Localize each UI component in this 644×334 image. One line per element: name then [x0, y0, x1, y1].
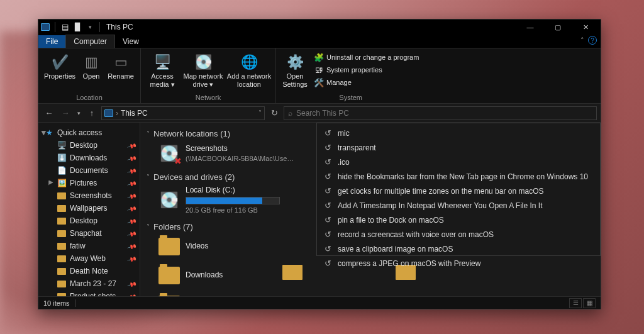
- expand-icon[interactable]: ⯆: [41, 130, 47, 136]
- forward-button[interactable]: →: [58, 106, 72, 120]
- history-icon: ↺: [325, 259, 331, 268]
- folder-icon: 📄: [57, 166, 66, 175]
- sidebar-quick-access[interactable]: ⯆ ★ Quick access: [38, 126, 140, 139]
- pin-icon: 📌: [127, 191, 137, 201]
- manage-button[interactable]: 🛠️Manage: [311, 77, 421, 89]
- sidebar-item[interactable]: fatiw📌: [38, 240, 140, 252]
- ribbon-group-location: ✔️Properties ▥Open ▭Rename Location: [38, 48, 141, 103]
- details-view-button[interactable]: ☰: [569, 298, 582, 308]
- explorer-body: ⯆ ★ Quick access 🖥️Desktop📌⬇️Downloads📌📄…: [38, 123, 601, 296]
- sidebar-item[interactable]: 🖥️Desktop📌: [38, 139, 140, 152]
- item-count: 10 items: [43, 299, 70, 307]
- back-button[interactable]: ←: [42, 106, 56, 120]
- folder-icon: [158, 235, 180, 258]
- properties-qat-icon[interactable]: ▤: [59, 21, 70, 33]
- pc-icon: [40, 21, 51, 33]
- history-icon: ↺: [325, 186, 331, 196]
- search-suggestion[interactable]: ↺Add A Timestamp In Notepad Whenever You…: [317, 198, 600, 213]
- folder-icon: [158, 264, 180, 287]
- drive-icon: 💽: [158, 189, 180, 211]
- map-drive-button[interactable]: 💽Map network drive ▾: [181, 51, 225, 90]
- history-icon: ↺: [325, 244, 331, 253]
- sidebar-item[interactable]: Screenshots📌: [38, 189, 140, 202]
- search-suggestion[interactable]: ↺save a clipboard image on macOS: [317, 242, 600, 256]
- folder-item[interactable]: 3D Objects: [143, 292, 601, 296]
- history-icon: ↺: [325, 157, 331, 167]
- folder-icon: [57, 292, 66, 296]
- search-suggestion[interactable]: ↺hide the Bookmarks bar from the New Tab…: [317, 169, 600, 184]
- chevron-down-icon[interactable]: ˅: [147, 223, 150, 230]
- refresh-button[interactable]: ↻: [267, 106, 281, 120]
- pin-icon: 📌: [127, 228, 137, 238]
- sidebar-item[interactable]: ⯈🖼️Pictures📌: [38, 177, 140, 189]
- add-location-button[interactable]: 🌐Add a network location: [226, 51, 272, 90]
- sidebar-item[interactable]: Product shots📌: [38, 290, 140, 296]
- chevron-down-icon[interactable]: ˅: [147, 130, 150, 137]
- address-label: This PC: [121, 109, 148, 118]
- tab-view[interactable]: View: [115, 35, 147, 48]
- address-bar[interactable]: › This PC ˅: [101, 106, 265, 120]
- properties-button[interactable]: ✔️Properties: [42, 51, 77, 82]
- navigation-bar: ← → ▾ ↑ › This PC ˅ ↻ ⌕: [38, 104, 601, 123]
- rename-button[interactable]: ▭Rename: [105, 51, 136, 82]
- ribbon-collapse-icon[interactable]: ˄: [580, 36, 584, 45]
- chevron-down-icon[interactable]: ˅: [147, 174, 150, 181]
- sidebar-item[interactable]: Wallpapers📌: [38, 202, 140, 214]
- history-icon: ↺: [325, 201, 331, 210]
- sidebar-item[interactable]: Desktop📌: [38, 214, 140, 227]
- search-suggestion[interactable]: ↺mic: [317, 126, 600, 140]
- search-suggestion[interactable]: ↺.ico: [317, 155, 600, 169]
- pin-icon: 📌: [127, 203, 137, 213]
- sidebar-item[interactable]: 📄Documents📌: [38, 164, 140, 177]
- status-bar: 10 items ☰ ▦: [38, 296, 601, 309]
- search-icon: ⌕: [288, 109, 292, 118]
- icons-view-button[interactable]: ▦: [583, 298, 596, 308]
- uninstall-button[interactable]: 🧩Uninstall or change a program: [311, 52, 421, 64]
- quick-access-toolbar: ▤ ▉ ▾: [40, 21, 103, 33]
- search-input[interactable]: [296, 109, 592, 118]
- search-suggestion[interactable]: ↺compress a JPEG on macOS with Preview: [317, 256, 600, 270]
- qat-dropdown-icon[interactable]: ▾: [84, 21, 96, 33]
- maximize-button[interactable]: ▢: [544, 19, 572, 35]
- pin-icon: 📌: [127, 178, 137, 188]
- recent-locations-button[interactable]: ▾: [75, 106, 82, 120]
- help-icon[interactable]: ?: [588, 36, 597, 45]
- folder-icon: [57, 229, 66, 238]
- minimize-button[interactable]: —: [516, 19, 544, 35]
- sidebar-item[interactable]: Snapchat📌: [38, 227, 140, 240]
- search-suggestion[interactable]: ↺transparent: [317, 140, 600, 155]
- pin-icon: 📌: [127, 216, 137, 226]
- history-icon: ↺: [325, 143, 331, 152]
- search-box[interactable]: ⌕: [284, 106, 597, 120]
- folder-icon: [158, 293, 180, 296]
- pin-icon: 📌: [127, 253, 137, 264]
- search-suggestion[interactable]: ↺get clocks for multiple time zones on t…: [317, 184, 600, 198]
- new-folder-qat-icon[interactable]: ▉: [72, 21, 83, 33]
- history-icon: ↺: [325, 128, 331, 138]
- sidebar-item[interactable]: Away Web📌: [38, 252, 140, 265]
- pin-icon: 📌: [127, 279, 137, 289]
- file-explorer-window: ▤ ▉ ▾ This PC — ▢ ✕ File Computer View ˄…: [38, 19, 601, 309]
- titlebar: ▤ ▉ ▾ This PC — ▢ ✕: [38, 19, 601, 35]
- history-icon: ↺: [325, 230, 331, 239]
- sidebar: ⯆ ★ Quick access 🖥️Desktop📌⬇️Downloads📌📄…: [38, 123, 140, 296]
- sidebar-item[interactable]: ⬇️Downloads📌: [38, 152, 140, 164]
- search-suggestion[interactable]: ↺record a screencast with voice over on …: [317, 227, 600, 242]
- pin-icon: 📌: [127, 153, 137, 163]
- sidebar-item[interactable]: Death Note: [38, 265, 140, 277]
- expand-icon[interactable]: ⯈: [48, 180, 54, 186]
- window-title: This PC: [106, 23, 133, 31]
- folder-icon: ⬇️: [57, 153, 66, 162]
- up-button[interactable]: ↑: [85, 106, 99, 120]
- open-button[interactable]: ▥Open: [79, 51, 104, 82]
- system-properties-button[interactable]: 🖳System properties: [311, 65, 421, 76]
- chevron-down-icon[interactable]: ˅: [258, 109, 262, 116]
- close-button[interactable]: ✕: [572, 19, 599, 35]
- search-suggestion[interactable]: ↺pin a file to the Dock on macOS: [317, 213, 600, 227]
- tab-computer[interactable]: Computer: [65, 35, 115, 48]
- folder-icon[interactable]: [282, 265, 303, 280]
- open-settings-button[interactable]: ⚙️Open Settings: [280, 51, 310, 90]
- access-media-button[interactable]: 🖥️Access media ▾: [145, 51, 180, 90]
- tab-file[interactable]: File: [38, 35, 65, 48]
- sidebar-item[interactable]: March 23 - 27📌: [38, 277, 140, 290]
